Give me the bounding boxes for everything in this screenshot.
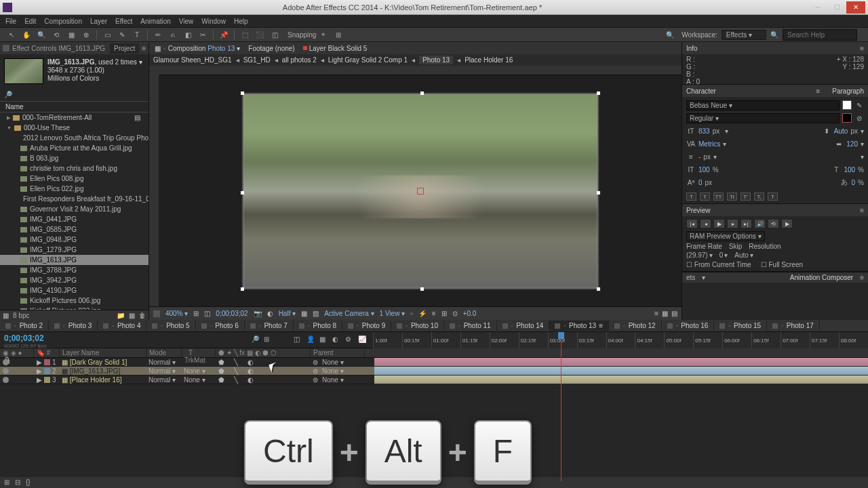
timeline-tab[interactable]: ×Photo 4 <box>98 321 146 331</box>
timeline-layer-row[interactable]: ▶1▦ [Dark Gray Solid 1]Normal ▾⬟╲◐⊚None … <box>0 358 374 367</box>
project-item[interactable]: IMG_0441.JPG <box>0 214 149 224</box>
switch-icon[interactable]: ◐ <box>248 367 254 375</box>
zoom-tool-icon[interactable]: 🔍 <box>36 29 47 40</box>
timeline-icon[interactable]: ≡ <box>432 310 436 317</box>
prev-frame-button[interactable]: ◂ <box>700 219 711 228</box>
font-size-value[interactable]: 833 <box>698 127 710 135</box>
brainstorm-icon[interactable]: ⚙ <box>345 336 355 345</box>
fast-preview-icon[interactable]: ⚡ <box>418 310 427 317</box>
selection-handle[interactable] <box>597 191 600 195</box>
visibility-toggle[interactable] <box>3 368 9 374</box>
ram-preview-button[interactable]: ▶ <box>781 219 793 228</box>
timeline-tab[interactable]: ×Photo 10 <box>391 321 444 331</box>
breadcrumb-item-active[interactable]: Photo 13 <box>419 56 453 64</box>
no-stroke-icon[interactable]: ⊘ <box>854 115 864 122</box>
kerning-dropdown[interactable]: Metrics <box>698 140 720 148</box>
menu-layer[interactable]: Layer <box>90 18 107 25</box>
composition-tab[interactable]: ▦×Composition Photo 13 ▾ <box>151 43 244 54</box>
snapping-label[interactable]: Snapping <box>288 31 316 39</box>
timeline-tab[interactable]: ×Photo 8 <box>294 321 342 331</box>
trkmat-dropdown[interactable]: None ▾ <box>182 376 208 384</box>
footage-tab[interactable]: Footage (none) <box>244 43 298 54</box>
selection-tool-icon[interactable]: ↖ <box>6 29 17 40</box>
clone-tool-icon[interactable]: ⎌ <box>167 29 178 40</box>
timeline-tab[interactable]: ×Photo 11 <box>444 321 497 331</box>
search-icon[interactable]: 🔎 <box>4 91 12 98</box>
font-family-dropdown[interactable]: Bebas Neue ▾ <box>686 100 840 110</box>
transparency-icon[interactable]: ▨ <box>313 310 319 317</box>
baseline-value[interactable]: 0 <box>698 179 703 186</box>
new-comp-icon[interactable]: ▦ <box>129 312 135 319</box>
search-help-input[interactable] <box>783 29 857 41</box>
next-frame-button[interactable]: ▸ <box>727 219 738 228</box>
layer-bar[interactable] <box>374 367 868 375</box>
workspace-search-icon[interactable]: 🔍 <box>665 29 675 40</box>
selection-handle[interactable] <box>420 287 424 291</box>
project-item[interactable]: IMG_3788.JPG <box>0 265 149 275</box>
vf-icon[interactable]: ≡ <box>654 310 658 317</box>
first-frame-button[interactable]: |◂ <box>686 219 698 228</box>
menu-animation[interactable]: Animation <box>140 18 170 25</box>
snap-edge-icon[interactable]: ⊞ <box>333 29 344 40</box>
animation-composer-tab[interactable]: Animation Composer <box>790 274 853 281</box>
panel-menu-icon[interactable]: ≡ <box>860 207 864 214</box>
menu-help[interactable]: Help <box>234 18 248 25</box>
switch-icon[interactable]: ⬟ <box>218 376 224 384</box>
timeline-layer-row[interactable]: ▶2▦ [IMG_1613.JPG]Normal ▾None ▾⬟╲◐⊚None… <box>0 367 374 375</box>
timeline-ruler[interactable]: 1:00f00:15f01:00f01:15f02:00f02:15f03:00… <box>373 332 868 348</box>
text-style-button[interactable]: T <box>768 192 778 201</box>
close-button[interactable]: ✕ <box>846 1 865 14</box>
folder-item[interactable]: ▼000-Use These <box>0 123 149 133</box>
text-tool-icon[interactable]: T <box>132 29 142 40</box>
switch-icon[interactable]: ╲ <box>234 367 238 375</box>
menu-effect[interactable]: Effect <box>115 18 132 25</box>
project-item[interactable]: Governor Visit 2 May 2011.jpg <box>0 204 149 214</box>
fill-color-swatch[interactable] <box>842 100 852 110</box>
project-item[interactable]: IMG_1279.JPG <box>0 245 149 255</box>
axis-local-icon[interactable]: ⬚ <box>239 29 250 40</box>
roi-icon[interactable]: ▦ <box>301 310 307 317</box>
toggle-in-out-icon[interactable]: {} <box>26 479 34 487</box>
aspect-icon[interactable]: ⊞ <box>193 310 199 317</box>
grid-icon[interactable] <box>153 310 160 317</box>
visibility-toggle[interactable] <box>3 359 9 365</box>
project-tree[interactable]: ▶000-TomRetirement-All▤ ▼000-Use These 2… <box>0 113 149 310</box>
font-style-dropdown[interactable]: Regular ▾ <box>686 113 840 123</box>
visibility-toggle[interactable] <box>3 377 9 383</box>
switch-icon[interactable]: ⬟ <box>218 367 224 375</box>
selection-handle[interactable] <box>241 92 244 95</box>
anchor-tool-icon[interactable]: ⊕ <box>81 29 92 40</box>
project-item[interactable]: IMG_1613.JPG <box>0 255 149 265</box>
info-tab[interactable]: Info <box>686 45 698 52</box>
snap-icon[interactable]: ⌖ <box>318 29 329 40</box>
panel-menu-icon[interactable]: ≡ <box>142 45 146 52</box>
effect-controls-tab[interactable]: Effect Controls IMG_1613.JPG <box>12 45 105 52</box>
channel-icon[interactable]: ◐ <box>267 310 273 317</box>
parent-dropdown[interactable]: None ▾ <box>320 359 346 366</box>
layer-bar[interactable] <box>374 375 868 384</box>
text-style-button[interactable]: T, <box>754 192 764 201</box>
switch-icon[interactable]: ╲ <box>234 376 238 384</box>
breadcrumb-item[interactable]: Glamour Sheen_HD_SG1 <box>153 56 232 64</box>
comp-mini-icon[interactable]: ⊞ <box>264 336 273 345</box>
eraser-tool-icon[interactable]: ◧ <box>182 29 193 40</box>
pen-tool-icon[interactable]: ✎ <box>117 29 127 40</box>
rotate-tool-icon[interactable]: ⟲ <box>51 29 62 40</box>
snapshot-icon[interactable]: 📷 <box>254 310 262 317</box>
parent-dropdown[interactable]: None ▾ <box>320 376 346 384</box>
preview-tab[interactable]: Preview <box>686 207 711 214</box>
hscale-value[interactable]: 100 <box>844 166 855 174</box>
zoom-dropdown[interactable]: 400% ▾ <box>165 310 188 317</box>
view-dropdown[interactable]: 1 View ▾ <box>380 310 406 317</box>
axis-view-icon[interactable]: ◫ <box>269 29 280 40</box>
interpret-icon[interactable]: ▦ <box>3 312 9 319</box>
project-item[interactable]: IMG_4190.JPG <box>0 285 149 296</box>
workspace-dropdown[interactable]: Effects ▾ <box>722 30 766 40</box>
folder-item[interactable]: ▶000-TomRetirement-All▤ <box>0 113 149 123</box>
tsume-value[interactable]: 0 <box>852 179 856 186</box>
text-style-button[interactable]: T' <box>741 192 751 201</box>
switch-icon[interactable]: ◐ <box>248 359 254 366</box>
text-style-button[interactable]: TT <box>713 192 724 201</box>
timeline-tab[interactable]: ×Photo 16 <box>662 321 715 331</box>
toggle-switches-icon[interactable]: ⊞ <box>4 479 12 487</box>
